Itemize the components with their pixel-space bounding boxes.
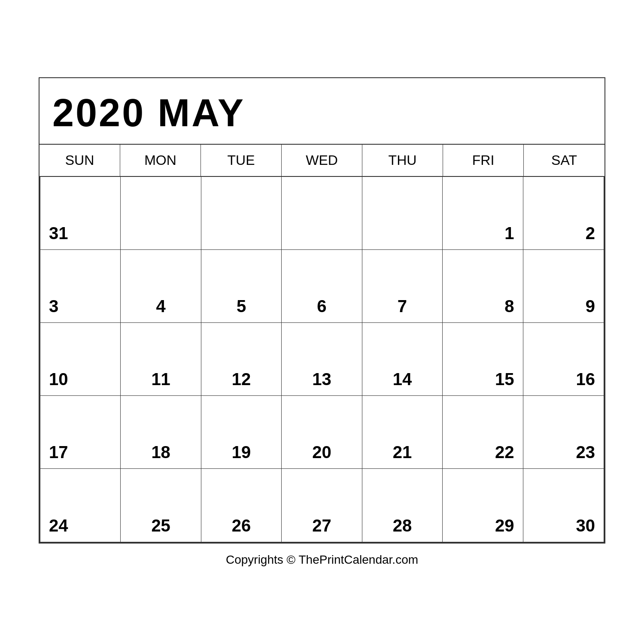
cell-date-number: 22 — [495, 444, 514, 461]
calendar-cell: 7 — [362, 250, 443, 323]
cell-date-number: 6 — [317, 298, 326, 315]
calendar-container: 2020 MAY SUN MON TUE WED THU FRI SAT 311… — [39, 77, 605, 544]
cell-date-number: 18 — [151, 444, 170, 461]
cell-date-number: 4 — [156, 298, 166, 315]
calendar-cell: 12 — [201, 323, 282, 396]
day-header-fri: FRI — [443, 145, 524, 176]
calendar-cell: 19 — [201, 396, 282, 469]
cell-date-number: 14 — [393, 371, 412, 388]
calendar-cell: 27 — [282, 469, 362, 542]
calendar-cell: 8 — [443, 250, 523, 323]
cell-date-number: 30 — [576, 517, 595, 534]
calendar-cell: 4 — [121, 250, 201, 323]
calendar-cell: 22 — [443, 396, 523, 469]
cell-date-number: 17 — [49, 444, 68, 461]
calendar-cell: 5 — [201, 250, 282, 323]
calendar-cell: 24 — [40, 469, 121, 542]
calendar-header: 2020 MAY — [39, 78, 605, 145]
day-header-tue: TUE — [201, 145, 282, 176]
cell-date-number: 16 — [576, 371, 595, 388]
calendar-wrapper: 2020 MAY SUN MON TUE WED THU FRI SAT 311… — [39, 77, 605, 567]
calendar-cell — [282, 177, 362, 250]
cell-date-number: 5 — [237, 298, 246, 315]
cell-date-number: 15 — [495, 371, 514, 388]
calendar-cell — [362, 177, 443, 250]
cell-date-number: 13 — [312, 371, 331, 388]
calendar-cell: 26 — [201, 469, 282, 542]
day-header-mon: MON — [120, 145, 201, 176]
calendar-cell: 28 — [362, 469, 443, 542]
cell-date-number: 31 — [49, 225, 68, 242]
calendar-cell: 14 — [362, 323, 443, 396]
calendar-cell: 11 — [121, 323, 201, 396]
calendar-cell: 9 — [523, 250, 604, 323]
calendar-cell: 6 — [282, 250, 362, 323]
cell-date-number: 19 — [232, 444, 251, 461]
cell-date-number: 7 — [398, 298, 407, 315]
day-header-sun: SUN — [39, 145, 120, 176]
copyright-text: Copyrights © ThePrintCalendar.com — [39, 553, 605, 567]
cell-date-number: 27 — [312, 517, 331, 534]
day-headers: SUN MON TUE WED THU FRI SAT — [39, 145, 605, 177]
calendar-cell: 13 — [282, 323, 362, 396]
calendar-cell: 25 — [121, 469, 201, 542]
calendar-cell: 15 — [443, 323, 523, 396]
cell-date-number: 1 — [504, 225, 514, 242]
cell-date-number: 24 — [49, 517, 68, 534]
cell-date-number: 20 — [312, 444, 331, 461]
calendar-cell: 29 — [443, 469, 523, 542]
calendar-cell — [201, 177, 282, 250]
calendar-cell: 23 — [523, 396, 604, 469]
cell-date-number: 3 — [49, 298, 58, 315]
calendar-cell — [121, 177, 201, 250]
cell-date-number: 28 — [393, 517, 412, 534]
calendar-cell: 30 — [523, 469, 604, 542]
calendar-cell: 21 — [362, 396, 443, 469]
day-header-thu: THU — [362, 145, 443, 176]
cell-date-number: 12 — [232, 371, 251, 388]
cell-date-number: 8 — [504, 298, 514, 315]
cell-date-number: 26 — [232, 517, 251, 534]
calendar-cell: 16 — [523, 323, 604, 396]
cell-date-number: 25 — [151, 517, 170, 534]
calendar-cell: 2 — [523, 177, 604, 250]
cell-date-number: 21 — [393, 444, 412, 461]
calendar-cell: 1 — [443, 177, 523, 250]
cell-date-number: 29 — [495, 517, 514, 534]
calendar-cell: 17 — [40, 396, 121, 469]
calendar-cell: 10 — [40, 323, 121, 396]
day-header-wed: WED — [282, 145, 362, 176]
calendar-cell: 20 — [282, 396, 362, 469]
cell-date-number: 11 — [151, 371, 170, 388]
cell-date-number: 9 — [586, 298, 595, 315]
cell-date-number: 10 — [49, 371, 68, 388]
day-header-sat: SAT — [524, 145, 605, 176]
calendar-cell: 3 — [40, 250, 121, 323]
cell-date-number: 2 — [586, 225, 595, 242]
calendar-title: 2020 MAY — [52, 91, 592, 135]
calendar-cell: 31 — [40, 177, 121, 250]
cell-date-number: 23 — [576, 444, 595, 461]
calendar-grid: 3112345678910111213141516171819202122232… — [39, 177, 605, 543]
calendar-cell: 18 — [121, 396, 201, 469]
